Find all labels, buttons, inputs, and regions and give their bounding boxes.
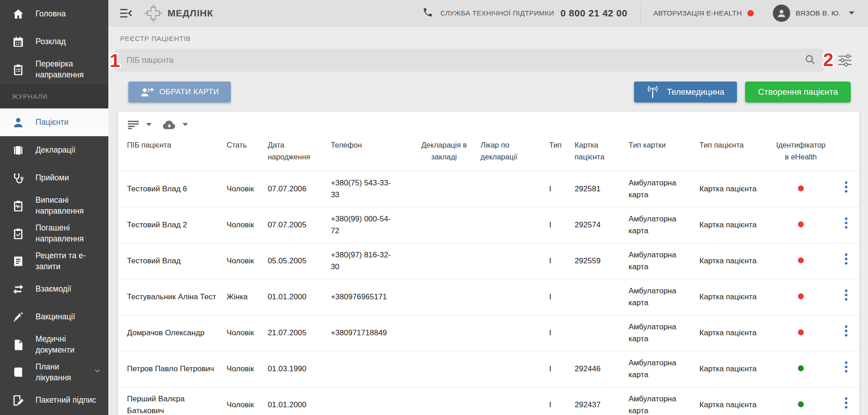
create-patient-button[interactable]: Створення пацієнта — [745, 82, 851, 102]
row-menu-icon[interactable] — [844, 253, 848, 265]
sidebar-item[interactable]: Розклад — [0, 28, 108, 56]
cell-name: Тестовий Влад 2 — [118, 207, 222, 243]
cell-card-number — [570, 279, 624, 315]
breadcrumb: РЕЄСТР ПАЦІЄНТІВ — [108, 26, 868, 48]
select-cards-button[interactable]: ОБРАТИ КАРТИ — [128, 82, 231, 102]
table-body: Тестовий Влад 6 Чоловік 07.07.2006 +380(… — [118, 171, 859, 415]
cell-actions — [833, 207, 859, 243]
cell-card-number: 292574 — [570, 207, 624, 243]
chevron-down-icon[interactable] — [93, 366, 102, 378]
cell-card-number — [570, 315, 624, 351]
sidebar-item[interactable]: Виписані направлення — [0, 192, 108, 220]
cell-gender: Чоловік — [222, 207, 263, 243]
interactions-icon — [12, 283, 25, 295]
col-birth-date: Дата народження — [263, 133, 326, 171]
cell-type: I — [544, 207, 570, 243]
chevron-down-icon[interactable] — [146, 123, 152, 126]
cell-card-number: 292446 — [570, 351, 624, 387]
chevron-down-icon[interactable] — [183, 123, 188, 126]
sidebar-item[interactable]: Пакетний підпис — [0, 386, 108, 414]
declaration-icon — [12, 144, 25, 156]
col-declaration: Декларація в закладі — [412, 133, 476, 171]
cell-birth-date: 05.05.2005 — [263, 243, 326, 279]
cell-name: Тестувальник Аліна Тест — [118, 279, 222, 315]
ehealth-auth-label: АВТОРИЗАЦІЯ E-HEALTH — [653, 9, 741, 17]
filter-sliders-icon[interactable] — [838, 54, 853, 67]
row-menu-icon[interactable] — [844, 289, 848, 301]
sidebar-item-label: Вакцинації — [36, 312, 102, 322]
table-row[interactable]: Перший Валєра Батькович Чоловік 01.01.20… — [118, 387, 859, 415]
patients-table: ПІБ пацієнта Стать Дата народження Телеф… — [118, 133, 859, 415]
col-doctor: Лікар по декларації — [476, 133, 545, 171]
ehealth-auth-button[interactable]: АВТОРИЗАЦІЯ E-HEALTH — [653, 9, 753, 17]
sidebar-item[interactable]: Вакцинації — [0, 303, 108, 331]
col-patient-type: Тип пацієнта — [695, 133, 769, 171]
cell-card-number: 292581 — [570, 171, 624, 207]
row-menu-icon[interactable] — [844, 217, 848, 229]
user-menu[interactable]: ВЯЗОВ В. Ю. — [773, 5, 854, 22]
cell-card-type: Амбулаторна карта — [624, 387, 695, 415]
sidebar-item[interactable]: Головна — [0, 0, 108, 28]
cell-card-type: Амбулаторна карта — [624, 279, 695, 315]
cell-actions — [833, 243, 859, 279]
cell-card-type: Амбулаторна карта — [624, 315, 695, 351]
column-settings-icon[interactable] — [128, 120, 140, 129]
sidebar-item[interactable]: Рецепти та е-запити — [0, 247, 108, 275]
search-icon[interactable] — [804, 54, 816, 67]
table-row[interactable]: Домрачов Олександр Чоловік 21.07.2005 +3… — [118, 315, 859, 351]
sidebar-item[interactable]: Плани лікування — [0, 359, 108, 386]
search-input[interactable] — [127, 56, 804, 65]
cell-actions — [833, 171, 859, 207]
row-menu-icon[interactable] — [844, 397, 848, 409]
sidebar-item[interactable]: Прийоми — [0, 164, 108, 192]
telemedicine-label: Телемедицина — [667, 87, 724, 97]
table-row[interactable]: Тестовий Влад 2 Чоловік 07.07.2005 +380(… — [118, 207, 859, 243]
sidebar-item[interactable]: Медичні документи — [0, 331, 108, 359]
sidebar-item[interactable]: Погашені направлення — [0, 220, 108, 247]
sidebar-collapse-icon[interactable] — [119, 8, 133, 19]
search-row: 1 2 — [108, 48, 868, 72]
table-row[interactable]: Тестувальник Аліна Тест Жінка 01.01.2000… — [118, 279, 859, 315]
annotation-marker-1: 1 — [110, 51, 120, 70]
sidebar-item[interactable]: Пацієнти — [0, 108, 108, 136]
table-row[interactable]: Петров Павло Петрович Чоловік 01.03.1990… — [118, 351, 859, 387]
sidebar-item[interactable]: Взаємодії — [0, 275, 108, 303]
ehealth-status-dot — [798, 293, 804, 299]
col-name: ПІБ пацієнта — [118, 133, 222, 171]
sidebar-item-label: Розклад — [36, 36, 102, 47]
table-row[interactable]: Тестовий Влад 6 Чоловік 07.07.2006 +380(… — [118, 171, 859, 207]
sidebar-section-journals: ЖУРНАЛИ — [0, 83, 108, 108]
cell-phone: +380976965171 — [326, 279, 412, 315]
sidebar-item[interactable]: Перевірка направлення — [0, 56, 108, 83]
sidebar-item-label: Погашені направлення — [36, 223, 102, 244]
patients-table-card: ПІБ пацієнта Стать Дата народження Телеф… — [118, 112, 859, 415]
cell-phone — [326, 387, 412, 415]
sidebar: Головна Розклад Перевірка направлення ЖУ… — [0, 0, 108, 415]
cell-actions — [833, 387, 859, 415]
cell-birth-date: 07.07.2006 — [263, 171, 326, 207]
calendar-icon — [12, 36, 25, 48]
row-menu-icon[interactable] — [844, 325, 848, 337]
sidebar-item-label: Виписані направлення — [36, 195, 102, 216]
cell-declaration — [412, 171, 476, 207]
col-ehealth-id: Ідентифікатор в eHealth — [769, 133, 833, 171]
sidebar-item-label: Декларації — [36, 145, 102, 155]
search-box — [115, 49, 824, 72]
cell-gender: Чоловік — [222, 351, 263, 387]
telemedicine-button[interactable]: Телемедицина — [634, 82, 737, 102]
cell-declaration — [412, 351, 476, 387]
table-row[interactable]: Тестовий Влад Чоловік 05.05.2005 +380(97… — [118, 243, 859, 279]
cell-phone: +380971718849 — [326, 315, 412, 351]
telemedicine-antenna-icon — [647, 85, 659, 99]
medlink-logo-icon — [145, 5, 162, 22]
referral-done-icon — [12, 228, 25, 240]
row-menu-icon[interactable] — [844, 181, 848, 193]
cell-ehealth-status — [769, 207, 833, 243]
sidebar-item[interactable]: Декларації — [0, 136, 108, 164]
ehealth-status-dot — [798, 185, 804, 191]
cloud-download-icon[interactable] — [162, 120, 176, 129]
row-menu-icon[interactable] — [844, 361, 848, 373]
person-add-icon — [140, 87, 154, 97]
cell-gender: Чоловік — [222, 171, 263, 207]
col-card-number: Картка пацієнта — [570, 133, 624, 171]
